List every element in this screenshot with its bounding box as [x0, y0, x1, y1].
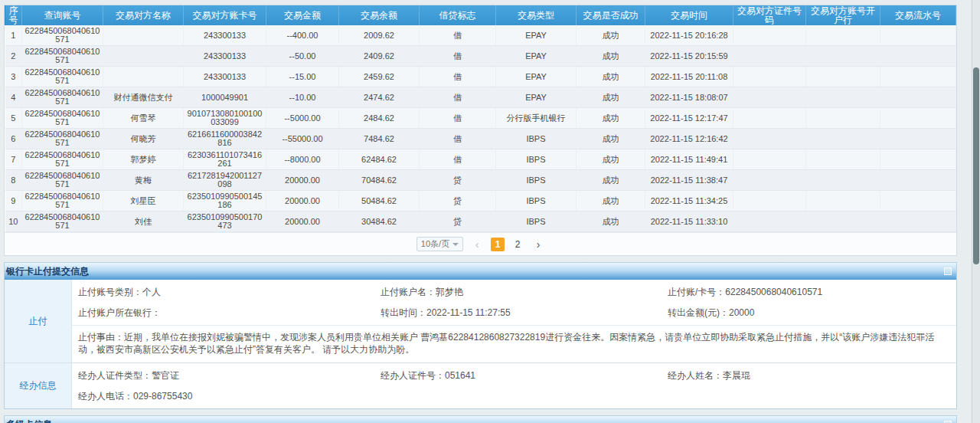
cell-serial [880, 25, 956, 46]
cell-cert [733, 46, 806, 67]
table-row: 16228450068040610571243300133--400.00200… [5, 25, 956, 46]
field-card-number: 止付账/卡号：6228450068040610571 [668, 285, 953, 299]
cell-card: 6216611600003842816 [184, 129, 266, 149]
cell-name: 何晓芳 [103, 129, 184, 149]
cell-balance: 2459.62 [339, 67, 420, 87]
table-row: 66228450068040610571何晓芳62166116000038428… [5, 129, 956, 149]
cell-card: 6235010990500170473 [184, 212, 266, 232]
cell-success: 成功 [577, 108, 645, 129]
cell-serial [880, 67, 956, 87]
cell-seq: 5 [5, 108, 22, 129]
cell-account: 6228450068040610571 [22, 149, 103, 170]
cell-flag: 借 [420, 108, 496, 129]
cell-time: 2022-11-15 11:49:41 [645, 149, 733, 170]
cell-card: 243300133 [184, 25, 266, 46]
cell-bank [806, 87, 880, 108]
handler-fields: 经办人证件类型：警官证 经办人证件号：051641 经办人姓名：李晨琨 经办人电… [72, 363, 956, 408]
cell-success: 成功 [577, 129, 645, 149]
cell-flag: 借 [420, 67, 496, 87]
cell-account: 6228450068040610571 [22, 212, 103, 232]
cell-serial [880, 149, 956, 170]
vertical-scrollbar[interactable] [972, 0, 980, 423]
field-transfer-time: 转出时间：2022-11-15 11:27:55 [381, 306, 668, 320]
cell-amount: --55000.00 [266, 129, 339, 149]
stop-payment-fields: 止付账号类别：个人 止付账户名：郭梦艳 止付账/卡号：6228450068040… [72, 280, 956, 325]
cell-seq: 9 [5, 191, 22, 212]
field-account-bank: 止付账户所在银行： [78, 306, 381, 320]
cell-card: 6217281942001127098 [184, 170, 266, 191]
table-row: 86228450068040610571黄梅621728194200112709… [5, 170, 956, 191]
cell-balance: 2474.62 [339, 87, 420, 108]
cell-bank [806, 212, 880, 232]
handler-group-label: 经办信息 [5, 363, 72, 408]
cell-success: 成功 [577, 25, 645, 46]
table-row: 36228450068040610571243300133--15.002459… [5, 67, 956, 87]
cell-amount: 20000.00 [266, 212, 339, 232]
cell-name: 刘佳 [103, 212, 184, 232]
cell-seq: 2 [5, 46, 22, 67]
stop-payment-section-header: 银行卡止付提交信息 [5, 263, 956, 280]
next-page-icon[interactable]: › [532, 238, 544, 251]
stop-payment-content: 止付账号类别：个人 止付账户名：郭梦艳 止付账/卡号：6228450068040… [72, 280, 956, 362]
cell-card: 9010713080100100033099 [184, 108, 266, 129]
multi-card-section-header: 多级卡信息 [5, 416, 956, 423]
stop-payment-reason: 止付事由：近期，我单位在接报刘妮被骗警情中，发现涉案人员利用贵单位相关账户 曹鸿… [72, 325, 956, 362]
page-size-label: 10条/页 [421, 238, 449, 250]
cell-balance: 2409.62 [339, 46, 420, 67]
cell-name [103, 25, 184, 46]
cell-time: 2022-11-15 20:11:08 [645, 67, 733, 87]
column-header: 交易余额 [339, 5, 420, 25]
cell-account: 6228450068040610571 [22, 46, 103, 67]
column-header: 交易类型 [496, 5, 577, 25]
cell-cert [733, 212, 806, 232]
cell-account: 6228450068040610571 [22, 170, 103, 191]
transactions-panel: 序号查询账号交易对方名称交易对方账卡号交易金额交易余额借贷标志交易类型交易是否成… [4, 5, 957, 256]
cell-type: IBPS [496, 129, 577, 149]
cell-cert [733, 67, 806, 87]
column-header: 交易流水号 [880, 5, 956, 25]
collapse-icon[interactable] [944, 267, 952, 275]
prev-page-icon[interactable]: ‹ [471, 238, 483, 251]
cell-seq: 4 [5, 87, 22, 108]
cell-cert [733, 87, 806, 108]
pagination-bar: 10条/页 ‹ 12 › [5, 232, 956, 255]
cell-type: IBPS [496, 212, 577, 232]
cell-balance: 2484.62 [339, 108, 420, 129]
cell-flag: 贷 [420, 212, 496, 232]
cell-account: 6228450068040610571 [22, 25, 103, 46]
column-header: 交易对方名称 [103, 5, 184, 25]
cell-balance: 2009.62 [339, 25, 420, 46]
cell-success: 成功 [577, 170, 645, 191]
field-account-category: 止付账号类别：个人 [78, 285, 381, 299]
scrollbar-thumb[interactable] [973, 67, 979, 264]
cell-serial [880, 170, 956, 191]
cell-balance: 30484.62 [339, 212, 420, 232]
page-size-select[interactable]: 10条/页 [416, 237, 463, 251]
cell-balance: 50484.62 [339, 191, 420, 212]
cell-type: IBPS [496, 191, 577, 212]
cell-time: 2022-11-15 18:08:07 [645, 87, 733, 108]
cell-account: 6228450068040610571 [22, 129, 103, 149]
cell-type: 分行版手机银行 [496, 108, 577, 129]
cell-bank [806, 191, 880, 212]
cell-amount: 20000.00 [266, 170, 339, 191]
cell-time: 2022-11-15 12:16:42 [645, 129, 733, 149]
field-handler-phone: 经办人电话：029-86755430 [78, 389, 381, 403]
cell-serial [880, 191, 956, 212]
cell-flag: 贷 [420, 170, 496, 191]
cell-name: 刘星臣 [103, 191, 184, 212]
table-row: 106228450068040610571刘佳62350109905001704… [5, 212, 956, 232]
cell-cert [733, 149, 806, 170]
cell-account: 6228450068040610571 [22, 191, 103, 212]
field-handler-cert-type: 经办人证件类型：警官证 [78, 369, 381, 382]
transactions-body: 16228450068040610571243300133--400.00200… [5, 25, 956, 232]
transactions-header-row: 序号查询账号交易对方名称交易对方账卡号交易金额交易余额借贷标志交易类型交易是否成… [5, 5, 956, 25]
page-button-2[interactable]: 2 [511, 238, 524, 251]
page-button-1[interactable]: 1 [491, 238, 505, 251]
cell-cert [733, 191, 806, 212]
cell-seq: 1 [5, 25, 22, 46]
table-row: 26228450068040610571243300133--50.002409… [5, 46, 956, 67]
cell-success: 成功 [577, 149, 645, 170]
handler-info-row: 经办信息 经办人证件类型：警官证 经办人证件号：051641 经办人姓名：李晨琨… [5, 362, 956, 408]
table-row: 76228450068040610571郭梦婷62303611010734162… [5, 149, 956, 170]
